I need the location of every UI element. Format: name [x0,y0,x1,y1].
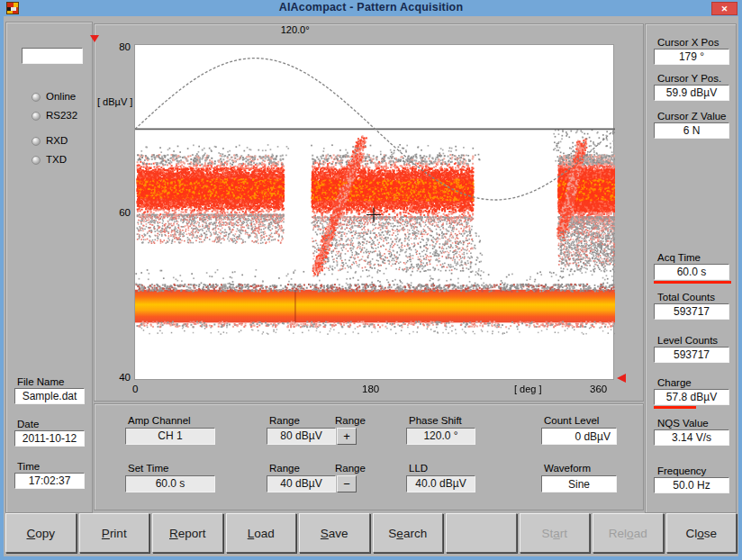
txd-led [32,156,41,165]
pattern-canvas[interactable] [135,45,615,381]
txd-led-label: TXD [46,154,67,165]
window-title: AIAcompact - Pattern Acquisition [0,1,742,14]
waveform-input[interactable] [541,475,617,492]
frequency-field: 50.0 Hz [654,477,729,493]
level-counts-field: 593717 [654,347,729,363]
cursor-y-label: Cursor Y Pos. [657,73,721,84]
app-window: AIAcompact - Pattern Acquisition ✕ Onlin… [0,0,742,560]
frequency-label: Frequency [657,465,706,476]
range-low-label: Range [269,463,300,474]
nqs-label: NQS Value [657,418,709,429]
online-led-label: Online [46,91,76,102]
status-display-box [22,48,83,64]
start-button[interactable]: Start [520,513,591,553]
online-led [32,93,41,102]
y-axis-unit: [ dBµV ] [97,96,132,107]
load-button[interactable]: Load [226,513,297,553]
cursor-z-label: Cursor Z Value [657,111,726,122]
waveform-label: Waveform [544,463,591,474]
y-tick-80: 80 [98,41,131,52]
nqs-field: 3.14 V/s [654,429,729,446]
phase-shift-label: Phase Shift [409,415,462,426]
acq-time-field: 60.0 s [654,264,729,280]
set-time-field: 60.0 s [125,475,215,492]
acquisition-controls-panel: Amp Channel CH 1 Range 80 dBµV Range + P… [94,403,644,510]
acq-time-label: Acq Time [657,252,701,263]
range-low-field: 40 dBµV [267,475,336,492]
x-tick-180: 180 [362,384,379,394]
acq-time-progress [654,281,731,284]
search-button[interactable]: Search [373,513,444,553]
readout-panel: Cursor X Pos 179 ° Cursor Y Pos. 59.9 dB… [645,23,737,513]
x-tick-360: 360 [590,384,607,394]
count-level-label: Count Level [544,415,599,426]
range-high-label: Range [269,415,300,426]
print-button[interactable]: Print [79,513,150,553]
range-plus-label: Range [335,415,366,426]
total-counts-field: 593717 [654,303,729,320]
rxd-led [32,137,41,146]
range-high-field: 80 dBµV [267,428,336,445]
date-label: Date [17,419,39,429]
rs232-led [32,112,41,121]
cursor-y-field: 59.9 dBµV [654,85,729,101]
charge-field: 57.8 dBµV [654,389,729,405]
x-tick-0: 0 [132,384,138,394]
lld-label: LLD [409,463,428,474]
rs232-led-label: RS232 [46,110,77,121]
charge-label: Charge [657,377,692,388]
file-name-label: File Name [17,376,64,387]
range-minus-button[interactable]: − [337,475,357,492]
file-name-field: Sample.dat [14,388,85,404]
title-bar: AIAcompact - Pattern Acquisition ✕ [0,0,742,16]
y-tick-60: 60 [98,207,131,218]
button-row: Copy Print Report Load Save Search Start… [5,513,737,553]
total-counts-label: Total Counts [657,292,715,303]
cursor-x-label: Cursor X Pos [657,37,719,48]
window-body: Online RS232 RXD TXD File Name Sample.da… [4,16,738,556]
copy-button[interactable]: Copy [5,513,77,553]
rxd-led-label: RXD [46,135,68,146]
date-field: 2011-10-12 [14,430,85,447]
close-button-bottom[interactable]: Close [666,513,737,553]
level-counts-label: Level Counts [657,335,718,346]
y-tick-40: 40 [98,372,131,383]
report-button[interactable]: Report [152,513,223,553]
time-label: Time [17,461,40,472]
count-level-input[interactable] [541,428,617,445]
phase-marker-label: 120.0° [281,24,310,35]
save-button[interactable]: Save [299,513,370,553]
charge-progress [654,406,696,409]
amp-channel-field: CH 1 [125,428,215,445]
status-panel: Online RS232 RXD TXD File Name Sample.da… [5,22,93,513]
close-button[interactable]: ✕ [711,2,737,15]
amp-channel-label: Amp Channel [128,415,191,426]
lld-field: 40.0 dBµV [406,475,475,492]
range-plus-button[interactable]: + [337,428,357,445]
plot-area [134,44,614,380]
range-minus-label: Range [335,463,366,474]
set-time-label: Set Time [128,463,168,474]
cursor-x-field: 179 ° [654,49,729,65]
pattern-plot-panel: 120.0° 80 [ dBµV ] 60 40 0 180 [ deg ] 3… [94,23,644,402]
phase-shift-field: 120.0 ° [406,428,475,445]
blank-button[interactable] [446,513,517,553]
x-axis-unit: [ deg ] [514,384,542,394]
reload-button[interactable]: Reload [593,513,664,553]
cursor-z-field: 6 N [654,122,729,139]
time-field: 17:02:37 [14,473,85,489]
axis-cursor-arrow-icon[interactable] [617,374,626,383]
